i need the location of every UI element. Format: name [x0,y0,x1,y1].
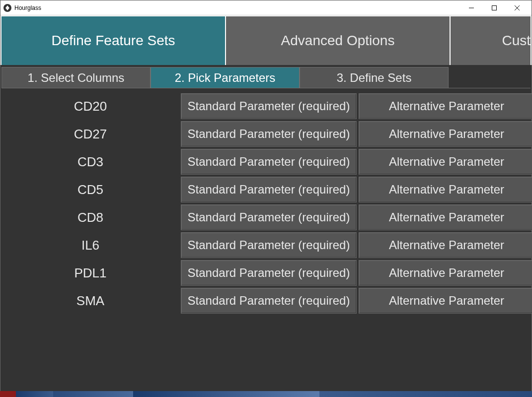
param-name-label: SMA [1,287,179,315]
standard-parameter-button[interactable]: Standard Parameter (required) [181,288,357,314]
step-tab-1[interactable]: 2. Pick Parameters [151,67,300,88]
main-tab-1[interactable]: Advanced Options [226,16,450,65]
param-row: CD5Standard Parameter (required)Alternat… [1,176,531,203]
step-tab-0[interactable]: 1. Select Columns [1,67,151,88]
app-icon [3,4,11,12]
svg-rect-1 [492,5,497,10]
param-row: CD27Standard Parameter (required)Alterna… [1,120,531,148]
alternative-parameter-button[interactable]: Alternative Parameter [359,93,532,119]
standard-parameter-button[interactable]: Standard Parameter (required) [181,121,357,147]
main-tab-label: Define Feature Sets [51,33,175,49]
param-row: CD20Standard Parameter (required)Alterna… [1,92,531,120]
main-tab-bar: Define Feature SetsAdvanced OptionsCust [0,15,532,65]
alternative-parameter-button[interactable]: Alternative Parameter [359,232,532,258]
step-tab-bar: 1. Select Columns2. Pick Parameters3. De… [1,67,531,88]
alternative-parameter-button[interactable]: Alternative Parameter [359,149,532,175]
param-row: CD8Standard Parameter (required)Alternat… [1,203,531,231]
param-row: IL6Standard Parameter (required)Alternat… [1,231,531,259]
param-name-label: CD3 [1,148,179,176]
param-row: SMAStandard Parameter (required)Alternat… [1,287,531,315]
param-name-label: CD8 [1,203,179,231]
param-row: PDL1Standard Parameter (required)Alterna… [1,259,531,287]
standard-parameter-button[interactable]: Standard Parameter (required) [181,149,357,175]
alternative-parameter-button[interactable]: Alternative Parameter [359,260,532,286]
desktop-background-strip [0,391,532,397]
step-tab-label: 1. Select Columns [28,71,125,85]
minimize-button[interactable] [460,0,483,15]
main-tab-label: Advanced Options [281,33,395,49]
main-tab-2[interactable]: Cust [451,16,531,65]
titlebar: Hourglass [0,0,532,15]
window-title: Hourglass [14,4,41,11]
maximize-button[interactable] [483,0,506,15]
step-tab-label: 3. Define Sets [337,71,412,85]
param-name-label: CD27 [1,120,179,148]
main-tab-label: Cust [462,33,531,49]
param-row: CD3Standard Parameter (required)Alternat… [1,148,531,176]
alternative-parameter-button[interactable]: Alternative Parameter [359,121,532,147]
param-name-label: PDL1 [1,259,179,287]
standard-parameter-button[interactable]: Standard Parameter (required) [181,93,357,119]
alternative-parameter-button[interactable]: Alternative Parameter [359,288,532,314]
standard-parameter-button[interactable]: Standard Parameter (required) [181,232,357,258]
main-tab-0[interactable]: Define Feature Sets [1,16,225,65]
close-button[interactable] [506,0,529,15]
step-tab-label: 2. Pick Parameters [175,71,276,85]
param-name-label: CD20 [1,92,179,120]
param-name-label: CD5 [1,176,179,203]
app-window: Hourglass Define Feature SetsAdvanced Op… [0,0,532,397]
alternative-parameter-button[interactable]: Alternative Parameter [359,177,532,202]
parameter-panel: CD20Standard Parameter (required)Alterna… [1,88,531,397]
standard-parameter-button[interactable]: Standard Parameter (required) [181,260,357,286]
step-tab-2[interactable]: 3. Define Sets [300,67,449,88]
param-name-label: IL6 [1,231,179,259]
alternative-parameter-button[interactable]: Alternative Parameter [359,204,532,230]
standard-parameter-button[interactable]: Standard Parameter (required) [181,177,357,202]
standard-parameter-button[interactable]: Standard Parameter (required) [181,204,357,230]
content-area: 1. Select Columns2. Pick Parameters3. De… [0,65,532,397]
